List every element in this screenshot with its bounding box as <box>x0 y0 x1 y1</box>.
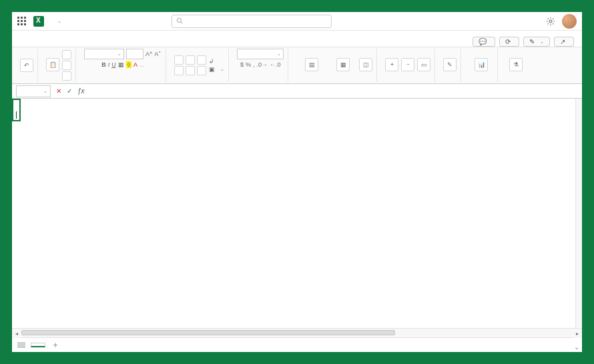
fill-color-button[interactable]: ◊ <box>126 61 131 68</box>
fx-icon[interactable]: ƒx <box>75 87 87 95</box>
align-center[interactable] <box>186 66 195 75</box>
comma-button[interactable]: , <box>253 61 255 68</box>
increase-font-button[interactable]: A^ <box>145 51 152 57</box>
scroll-thumb[interactable] <box>21 330 395 335</box>
addins-group: ⚗ <box>502 49 530 82</box>
cell-styles-button[interactable]: ◫ <box>359 58 372 73</box>
svg-line-18 <box>548 23 549 24</box>
svg-line-16 <box>548 18 549 19</box>
svg-rect-6 <box>17 23 19 25</box>
font-group: ⌄ A^ A˅ B I U ▦ ◊ A … <box>80 49 166 82</box>
svg-rect-4 <box>21 20 23 22</box>
analyze-data-button[interactable]: 📊 <box>469 58 493 73</box>
insert-cells-button[interactable]: ＋ <box>385 58 398 73</box>
horizontal-scrollbar[interactable]: ◂ ▸ <box>12 328 582 337</box>
share-button[interactable]: ↗ <box>554 37 574 47</box>
editing-button[interactable]: ✎ <box>443 58 457 73</box>
merge-center-button[interactable]: ▣ ⌄ <box>209 66 224 73</box>
font-name-select[interactable]: ⌄ <box>84 49 124 59</box>
format-as-table-button[interactable]: ▦ <box>330 58 356 73</box>
svg-rect-1 <box>21 17 23 19</box>
excel-logo-icon <box>33 16 44 27</box>
svg-rect-5 <box>24 20 26 22</box>
align-right[interactable] <box>197 66 206 75</box>
wrap-text-button[interactable]: ↲ <box>209 58 224 65</box>
scroll-left-icon[interactable]: ◂ <box>12 329 21 338</box>
svg-rect-7 <box>21 23 23 25</box>
conditional-formatting-button[interactable]: ▤ <box>296 58 327 73</box>
font-color-button[interactable]: A <box>133 61 137 68</box>
excel-labs-button[interactable]: ⚗ <box>506 58 526 73</box>
svg-line-19 <box>553 18 553 19</box>
bold-button[interactable]: B <box>101 61 106 68</box>
ribbon: ↶ 📋 ⌄ A^ A˅ B I U ▦ <box>12 47 582 84</box>
align-mid[interactable] <box>186 55 195 65</box>
cell-editor[interactable] <box>12 99 21 121</box>
accept-formula-button[interactable]: ✓ <box>64 87 75 95</box>
align-bot[interactable] <box>197 55 206 65</box>
user-avatar[interactable] <box>562 14 577 29</box>
svg-rect-2 <box>24 17 26 19</box>
align-top[interactable] <box>174 55 184 65</box>
sheet-tab[interactable] <box>31 343 45 347</box>
delete-cells-button[interactable]: － <box>401 58 414 73</box>
sheet-tab-bar: ＋ <box>12 337 582 352</box>
alignment-group: ↲ ▣ ⌄ <box>170 49 229 82</box>
inc-decimal[interactable]: .0→ <box>257 61 268 68</box>
underline-button[interactable]: U <box>111 61 116 68</box>
app-launcher-icon[interactable] <box>17 17 27 26</box>
copy-button[interactable] <box>62 61 71 70</box>
vertical-scrollbar[interactable] <box>575 99 582 328</box>
collapse-ribbon-icon[interactable]: ⌄ <box>574 343 579 351</box>
name-box[interactable]: ⌄ <box>16 85 51 97</box>
align-left[interactable] <box>174 66 184 75</box>
number-group: ⌄ $%,.0→←.0 <box>233 49 288 82</box>
paste-button[interactable]: 📋 <box>46 58 59 73</box>
format-cells-button[interactable]: ▭ <box>417 58 430 73</box>
editing-mode-button[interactable]: ✎ ⌄ <box>523 37 550 47</box>
undo-button[interactable]: ↶ <box>20 59 33 72</box>
svg-point-9 <box>178 18 182 22</box>
title-bar: ⌄ <box>12 12 582 31</box>
currency-button[interactable]: $ <box>240 61 244 68</box>
dec-decimal[interactable]: ←.0 <box>270 61 281 68</box>
cancel-formula-button[interactable]: ✕ <box>53 87 64 95</box>
all-sheets-icon[interactable] <box>17 343 25 347</box>
borders-button[interactable]: ▦ <box>118 61 124 68</box>
percent-button[interactable]: % <box>246 61 251 68</box>
svg-rect-0 <box>17 17 19 19</box>
cut-button[interactable] <box>62 50 71 59</box>
analysis-group: 📊 <box>465 49 498 82</box>
search-input[interactable] <box>172 15 332 28</box>
decrease-font-button[interactable]: A˅ <box>154 51 162 57</box>
format-painter-button[interactable] <box>62 71 71 81</box>
excel-online-app: ⌄ 💬 ⟳ ✎ ⌄ ↗ ↶ 📋 <box>12 12 582 352</box>
catchup-button[interactable]: ⟳ <box>499 37 519 47</box>
styles-group: ▤ ▦ ◫ <box>292 49 377 82</box>
svg-point-11 <box>549 20 552 23</box>
title-right-group <box>546 14 577 29</box>
settings-icon[interactable] <box>546 17 555 26</box>
undo-group: ↶ <box>16 49 38 82</box>
font-size-select[interactable] <box>126 49 143 59</box>
scroll-right-icon[interactable]: ▸ <box>573 329 582 338</box>
svg-rect-8 <box>24 23 26 25</box>
formula-bar: ⌄ ✕ ✓ ƒx <box>12 84 582 99</box>
cells-group: ＋ － ▭ <box>381 49 435 82</box>
clipboard-group: 📋 <box>42 49 76 82</box>
search-icon <box>176 17 184 25</box>
number-format-select[interactable]: ⌄ <box>237 49 284 59</box>
svg-rect-3 <box>17 20 19 22</box>
editing-group: ✎ <box>439 49 461 82</box>
comments-button[interactable]: 💬 <box>473 37 495 47</box>
title-dropdown-icon[interactable]: ⌄ <box>57 19 61 24</box>
add-sheet-button[interactable]: ＋ <box>51 341 60 350</box>
italic-button[interactable]: I <box>108 61 110 68</box>
svg-line-10 <box>181 22 183 24</box>
ribbon-tabs: 💬 ⟳ ✎ ⌄ ↗ <box>12 31 582 47</box>
worksheet-grid[interactable] <box>12 99 582 328</box>
svg-line-17 <box>553 23 553 24</box>
